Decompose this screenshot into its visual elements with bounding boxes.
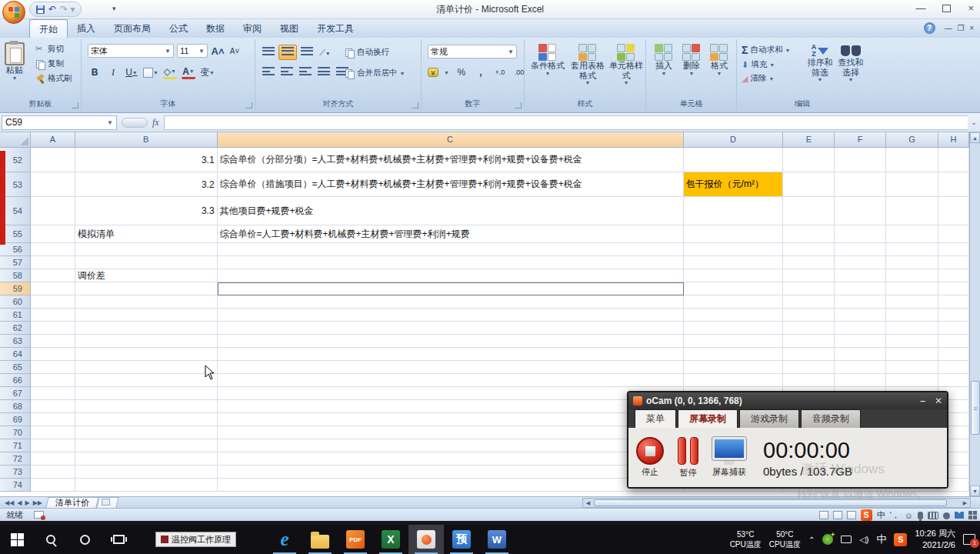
taskbar-app-ocam-app[interactable] (408, 525, 444, 554)
ribbon-tab-5[interactable]: 审阅 (234, 19, 271, 38)
cell-H62[interactable] (938, 322, 969, 335)
cell-H54[interactable] (938, 197, 969, 225)
cell-E52[interactable] (783, 148, 835, 172)
horizontal-scrollbar-thumb[interactable] (594, 499, 947, 506)
ribbon-tab-4[interactable]: 数据 (197, 19, 234, 38)
ocam-title-bar[interactable]: oCam (0, 0, 1366, 768) – ✕ (628, 392, 947, 409)
cell-D63[interactable] (684, 335, 784, 348)
fill-color-button[interactable]: ◇▼ (163, 65, 177, 79)
cell-H52[interactable] (938, 148, 969, 172)
column-header-H[interactable]: H (938, 132, 969, 147)
cell-F54[interactable] (835, 197, 886, 225)
cell-H55[interactable] (938, 225, 969, 243)
cell-C60[interactable] (218, 295, 684, 309)
number-format-combo[interactable]: 常规▼ (428, 45, 517, 58)
cell-C72[interactable] (218, 452, 684, 466)
ocam-close-button[interactable]: ✕ (935, 395, 942, 406)
vertical-scrollbar[interactable]: ▲ ▼ (969, 132, 980, 496)
cell-H64[interactable] (938, 348, 969, 361)
cell-H65[interactable] (938, 361, 969, 374)
cell-F52[interactable] (835, 148, 886, 172)
increase-decimal-button[interactable]: +.0 (493, 65, 507, 79)
cell-B59[interactable] (75, 282, 218, 295)
taskbar-app-preview-app[interactable]: 预 (444, 525, 479, 554)
cell-B54[interactable]: 3.3 (75, 197, 218, 225)
cell-B62[interactable] (75, 322, 218, 335)
expand-formula-bar-icon[interactable]: ⌄ (968, 118, 980, 126)
cell-G66[interactable] (886, 374, 938, 387)
column-header-G[interactable]: G (886, 132, 938, 147)
wrap-text-button[interactable]: 自动换行 (345, 47, 389, 58)
cell-E55[interactable] (783, 225, 835, 243)
insert-cells-button[interactable]: 插入▼ (652, 44, 675, 77)
workbook-window-controls[interactable]: — ❐ × (945, 24, 975, 32)
ocam-minimize-button[interactable]: – (920, 395, 925, 406)
tray-expand-icon[interactable]: ⌃ (808, 536, 815, 544)
cell-C56[interactable] (218, 243, 684, 256)
start-button[interactable] (0, 525, 34, 554)
cell-G52[interactable] (886, 148, 938, 172)
cell-E61[interactable] (783, 309, 835, 322)
cell-C68[interactable] (218, 400, 684, 413)
conditional-formatting-button[interactable]: 条件格式▼ (529, 44, 566, 77)
row-header-67[interactable]: 67 (0, 387, 31, 400)
taskbar-clock[interactable]: 10:26 周六2021/2/6 (915, 528, 955, 551)
cell-F65[interactable] (835, 361, 886, 374)
cell-A64[interactable] (31, 348, 75, 361)
cell-B64[interactable] (75, 348, 218, 361)
cell-E63[interactable] (783, 335, 835, 348)
ocam-tab-screen-record[interactable]: 屏幕录制 (678, 409, 738, 428)
cell-F53[interactable] (835, 172, 886, 197)
insert-function-button[interactable]: fx (152, 117, 159, 128)
cell-F57[interactable] (835, 256, 886, 269)
phonetic-button[interactable]: 变▼ (200, 65, 215, 79)
row-header-60[interactable]: 60 (0, 295, 31, 309)
help-icon[interactable]: ? (924, 22, 935, 34)
clear-button[interactable]: ◢清除▼ (742, 73, 790, 84)
cell-D57[interactable] (684, 256, 784, 269)
cell-D62[interactable] (684, 322, 784, 335)
cell-C57[interactable] (218, 256, 684, 269)
ocam-pause-button[interactable]: 暂停 (678, 436, 698, 479)
cell-B58[interactable]: 调价差 (75, 269, 218, 282)
cell-B52[interactable]: 3.1 (75, 148, 218, 172)
taskbar-window-label[interactable]: 温控阀工作原理 (155, 532, 236, 547)
cell-H61[interactable] (938, 309, 969, 322)
paste-button[interactable]: 粘贴▼ (5, 42, 25, 82)
column-header-C[interactable]: C (218, 132, 684, 147)
cortana-button[interactable] (68, 525, 102, 554)
align-middle-button[interactable] (278, 45, 297, 60)
task-view-button[interactable] (102, 525, 135, 554)
cell-C63[interactable] (218, 335, 684, 348)
cell-E57[interactable] (783, 256, 835, 269)
cell-E60[interactable] (783, 295, 835, 309)
cell-A63[interactable] (31, 335, 75, 348)
ime-mic-icon[interactable] (918, 512, 923, 519)
cell-H56[interactable] (938, 243, 969, 256)
ocam-capture-button[interactable]: 屏幕捕获 (712, 437, 746, 478)
cell-E59[interactable] (783, 282, 835, 295)
cell-B67[interactable] (75, 387, 218, 400)
cell-A69[interactable] (31, 413, 75, 426)
prev-sheet-icon[interactable]: ◀ (17, 499, 22, 506)
font-dialog-launcher[interactable] (246, 102, 252, 108)
row-header-69[interactable]: 69 (0, 413, 31, 426)
cell-B56[interactable] (75, 243, 218, 256)
cell-A53[interactable] (31, 172, 75, 197)
cell-A70[interactable] (31, 426, 75, 439)
row-header-61[interactable]: 61 (0, 309, 31, 322)
cell-F62[interactable] (835, 322, 886, 335)
column-header-A[interactable]: A (31, 132, 75, 147)
cell-C73[interactable] (218, 466, 684, 479)
cell-H63[interactable] (938, 335, 969, 348)
cell-A74[interactable] (31, 479, 75, 492)
ime-keyboard-icon[interactable] (928, 512, 938, 519)
select-all-corner[interactable] (0, 132, 31, 147)
sheet-nav-buttons[interactable]: ◀◀ ◀ ▶ ▶▶ (0, 499, 47, 506)
row-header-65[interactable]: 65 (0, 361, 31, 374)
taskbar-app-word-app[interactable]: W (479, 525, 515, 554)
cell-B60[interactable] (75, 295, 218, 309)
sogou-ime-logo-icon[interactable]: S (861, 509, 872, 521)
cell-C70[interactable] (218, 426, 684, 439)
row-header-70[interactable]: 70 (0, 426, 31, 439)
